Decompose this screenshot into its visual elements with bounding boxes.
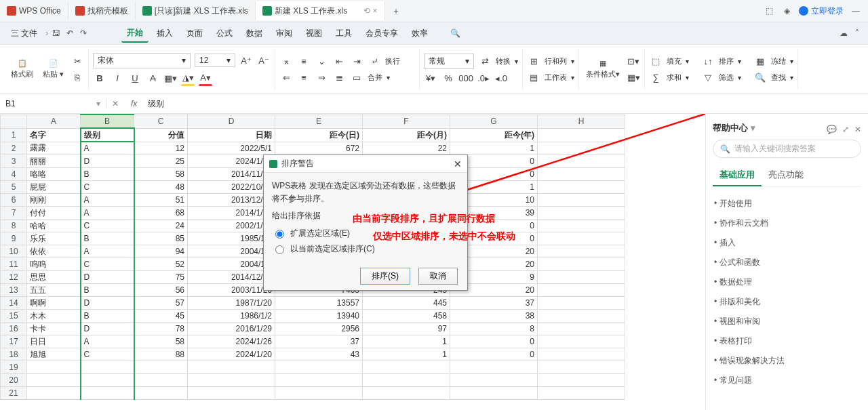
row-header[interactable]: 14	[1, 297, 27, 310]
cell[interactable]: 37	[450, 297, 538, 310]
cell[interactable]: 8	[450, 323, 538, 335]
cell[interactable]: 45	[134, 310, 188, 323]
help-tab-basic[interactable]: 基础应用	[713, 165, 762, 186]
help-search[interactable]: 🔍 请输入关键词搜索答案	[713, 140, 861, 158]
rowcol-icon[interactable]: ⊞	[527, 54, 540, 68]
align-mid-icon[interactable]: ≡	[297, 54, 311, 68]
help-tab-highlight[interactable]: 亮点功能	[762, 165, 810, 186]
freeze-icon[interactable]: ▦	[753, 54, 767, 68]
row-header[interactable]: 12	[1, 271, 27, 284]
cell[interactable]: 0	[450, 348, 538, 361]
align-bot-icon[interactable]: ⌄	[315, 54, 328, 68]
align-top-icon[interactable]: ⌅	[279, 54, 293, 68]
percent-icon[interactable]: %	[441, 72, 455, 85]
cell[interactable]: D	[81, 155, 134, 168]
undo-icon[interactable]: ↶	[64, 28, 75, 39]
row-header[interactable]: 19	[1, 361, 27, 374]
cell[interactable]: B	[81, 284, 134, 297]
row-header[interactable]: 10	[1, 245, 27, 258]
header-cell[interactable]: 距今(月)	[363, 128, 450, 142]
fill-color-button[interactable]: ◮▾	[181, 71, 195, 86]
menu-formula[interactable]: 公式	[211, 25, 238, 42]
align-left-icon[interactable]: ⇐	[279, 70, 293, 84]
cell[interactable]: 2016/1/29	[188, 323, 275, 335]
cell[interactable]: 咯咯	[27, 168, 81, 181]
border-button[interactable]: ▦▾	[163, 72, 177, 85]
sheet-icon[interactable]: ▤	[527, 70, 540, 84]
help-item[interactable]: • 常见问题	[713, 371, 861, 390]
cut-icon[interactable]: ✂	[71, 54, 84, 68]
menu-start[interactable]: 开始	[121, 24, 149, 43]
cell[interactable]: C	[81, 348, 134, 361]
cell[interactable]: 2013/12/11	[188, 194, 275, 207]
col-header[interactable]: A	[27, 115, 81, 128]
row-header[interactable]: 18	[1, 348, 27, 361]
filter-icon[interactable]: ▽	[701, 70, 715, 84]
header-cell[interactable]: 日期	[188, 128, 275, 142]
sum-icon[interactable]: ∑	[649, 70, 663, 84]
save-icon[interactable]: 🖫	[51, 28, 62, 39]
strike-button[interactable]: A̶	[146, 72, 159, 85]
help-item[interactable]: • 公式和函数	[713, 253, 861, 272]
box-icon[interactable]: ◈	[781, 5, 792, 16]
row-header[interactable]: 1	[1, 128, 27, 142]
cell[interactable]: 2022/10/20	[188, 181, 275, 194]
row-header[interactable]: 15	[1, 310, 27, 323]
cell[interactable]: 25	[134, 155, 188, 168]
dec-dec-icon[interactable]: ◂.0	[494, 72, 508, 85]
merge-button[interactable]: ▭	[350, 70, 363, 84]
style-icon[interactable]: ⊡▾	[627, 54, 640, 68]
cell[interactable]: 88	[134, 348, 188, 361]
help-item[interactable]: • 数据处理	[713, 272, 861, 292]
col-header[interactable]: D	[188, 115, 275, 128]
cell[interactable]: 依依	[27, 245, 81, 258]
cell[interactable]: 1	[363, 348, 450, 361]
row-header[interactable]: 8	[1, 220, 27, 232]
row-header[interactable]: 17	[1, 335, 27, 348]
dec-inc-icon[interactable]: .0▸	[477, 72, 490, 85]
redo-icon[interactable]: ↷	[78, 28, 89, 39]
help-item[interactable]: • 表格打印	[713, 331, 861, 351]
cell[interactable]: 0	[450, 335, 538, 348]
cell[interactable]: 1	[450, 142, 538, 155]
cell[interactable]: 呜呜	[27, 258, 81, 271]
cell[interactable]: 445	[363, 297, 450, 310]
cell[interactable]: D	[81, 323, 134, 335]
cell[interactable]: 2956	[275, 323, 363, 335]
paste-button[interactable]: 📄粘贴 ▾	[40, 59, 66, 79]
cell[interactable]: 13940	[275, 310, 363, 323]
cell[interactable]: 刚刚	[27, 194, 81, 207]
cell[interactable]: 1987/1/20	[188, 297, 275, 310]
cell[interactable]: 2024/1/26	[188, 335, 275, 348]
cell[interactable]: 露露	[27, 142, 81, 155]
cell[interactable]: 56	[134, 284, 188, 297]
row-header[interactable]: 3	[1, 155, 27, 168]
dec-font-icon[interactable]: A⁻	[257, 54, 271, 67]
header-cell[interactable]: 名字	[27, 128, 81, 142]
menu-page[interactable]: 页面	[181, 25, 208, 42]
help-item[interactable]: • 开始使用	[713, 194, 861, 213]
cell[interactable]: 458	[363, 310, 450, 323]
cell[interactable]: 2003/11/26	[188, 284, 275, 297]
cell[interactable]: A	[81, 335, 134, 348]
sort-icon[interactable]: ↓↑	[701, 54, 715, 68]
cell[interactable]: 思思	[27, 271, 81, 284]
size-select[interactable]: 12▾	[195, 54, 235, 67]
col-header[interactable]: G	[450, 115, 538, 128]
cell[interactable]: 1	[363, 335, 450, 348]
header-cell[interactable]: 分值	[134, 128, 188, 142]
row-header[interactable]: 21	[1, 387, 27, 400]
help-close-icon[interactable]: ✕	[854, 125, 861, 134]
cell[interactable]: C	[81, 258, 134, 271]
comma-icon[interactable]: 000	[459, 72, 473, 85]
cell[interactable]: 78	[134, 323, 188, 335]
cell[interactable]: 58	[134, 335, 188, 348]
cell[interactable]: B	[81, 168, 134, 181]
cell[interactable]: 1986/1/2	[188, 310, 275, 323]
sort-button[interactable]: 排序(S)	[360, 268, 410, 285]
cell[interactable]: 屁屁	[27, 181, 81, 194]
cell[interactable]: 付付	[27, 207, 81, 220]
header-cell[interactable]: 级别	[81, 128, 134, 142]
find-icon[interactable]: 🔍	[753, 70, 767, 84]
name-box[interactable]: B1▾	[0, 99, 106, 108]
